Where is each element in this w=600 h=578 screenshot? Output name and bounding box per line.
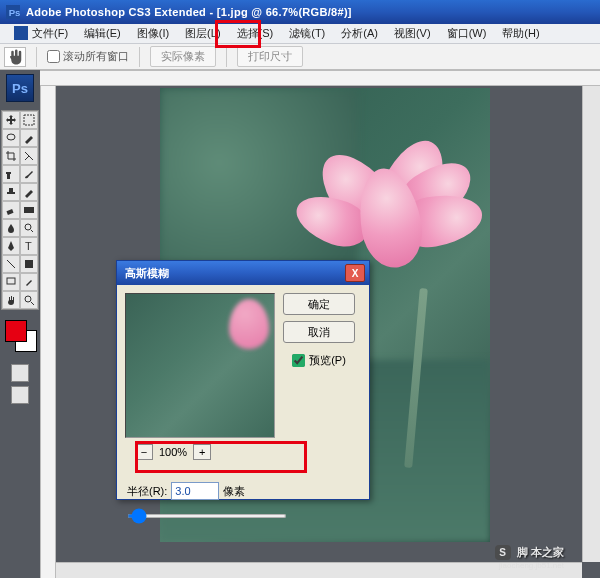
blur-preview[interactable] bbox=[125, 293, 275, 438]
zoom-value: 100% bbox=[159, 446, 187, 458]
dialog-title: 高斯模糊 bbox=[125, 266, 169, 281]
svg-rect-11 bbox=[25, 260, 33, 268]
zoom-tool-icon[interactable] bbox=[20, 291, 38, 309]
svg-rect-12 bbox=[7, 278, 15, 284]
sidebar: Ps T bbox=[0, 70, 40, 578]
svg-rect-3 bbox=[24, 115, 34, 125]
svg-text:T: T bbox=[25, 240, 32, 252]
svg-point-13 bbox=[25, 296, 31, 302]
notes-tool-icon[interactable] bbox=[2, 273, 20, 291]
path-tool-icon[interactable] bbox=[2, 255, 20, 273]
radius-slider[interactable] bbox=[127, 514, 287, 518]
radius-label: 半径(R): bbox=[127, 484, 167, 499]
slice-tool-icon[interactable] bbox=[20, 147, 38, 165]
foreground-color[interactable] bbox=[5, 320, 27, 342]
quick-mask-icons bbox=[11, 364, 29, 404]
scroll-all-checkbox[interactable]: 滚动所有窗口 bbox=[47, 49, 129, 64]
shape-tool-icon[interactable] bbox=[20, 255, 38, 273]
window-title: Adobe Photoshop CS3 Extended - [1.jpg @ … bbox=[26, 5, 352, 19]
crop-tool-icon[interactable] bbox=[2, 147, 20, 165]
menu-layer[interactable]: 图层(L) bbox=[177, 24, 228, 43]
toolbox: T bbox=[1, 110, 39, 310]
svg-point-4 bbox=[7, 134, 15, 140]
svg-rect-6 bbox=[6, 172, 11, 174]
radius-input[interactable] bbox=[171, 482, 219, 500]
brush-tool-icon[interactable] bbox=[20, 165, 38, 183]
menu-analysis[interactable]: 分析(A) bbox=[333, 24, 386, 43]
svg-point-9 bbox=[25, 224, 31, 230]
hand-tool-icon[interactable] bbox=[4, 47, 26, 67]
dialog-titlebar[interactable]: 高斯模糊 X bbox=[117, 261, 369, 285]
print-size-button[interactable]: 打印尺寸 bbox=[237, 46, 303, 67]
lasso-tool-icon[interactable] bbox=[2, 129, 20, 147]
menu-window[interactable]: 窗口(W) bbox=[439, 24, 495, 43]
stamp-tool-icon[interactable] bbox=[2, 183, 20, 201]
color-swatch[interactable] bbox=[1, 316, 39, 358]
move-tool-icon[interactable] bbox=[2, 111, 20, 129]
pen-tool-icon[interactable] bbox=[2, 237, 20, 255]
wand-tool-icon[interactable] bbox=[20, 129, 38, 147]
type-tool-icon[interactable]: T bbox=[20, 237, 38, 255]
app-icon: Ps bbox=[6, 5, 20, 19]
cancel-button[interactable]: 取消 bbox=[283, 321, 355, 343]
ruler-vertical bbox=[40, 86, 56, 578]
eraser-tool-icon[interactable] bbox=[2, 201, 20, 219]
options-bar: 滚动所有窗口 实际像素 打印尺寸 bbox=[0, 44, 600, 70]
svg-text:Ps: Ps bbox=[9, 7, 20, 18]
marquee-tool-icon[interactable] bbox=[20, 111, 38, 129]
history-brush-icon[interactable] bbox=[20, 183, 38, 201]
ps-logo-icon bbox=[6, 24, 24, 44]
svg-rect-7 bbox=[6, 209, 13, 215]
menu-edit[interactable]: 编辑(E) bbox=[76, 24, 129, 43]
watermark: S 脚 本之家 jiaocheng.jb51.net bbox=[495, 545, 564, 560]
watermark-badge: S bbox=[495, 545, 511, 560]
preview-checkbox[interactable]: 预览(P) bbox=[292, 353, 346, 368]
ps-badge[interactable]: Ps bbox=[6, 74, 34, 102]
menu-image[interactable]: 图像(I) bbox=[129, 24, 177, 43]
heal-tool-icon[interactable] bbox=[2, 165, 20, 183]
quick-mask-icon[interactable] bbox=[11, 364, 29, 382]
menu-select[interactable]: 选择(S) bbox=[229, 24, 282, 43]
scrollbar-vertical[interactable] bbox=[582, 86, 600, 562]
gradient-tool-icon[interactable] bbox=[20, 201, 38, 219]
close-icon[interactable]: X bbox=[345, 264, 365, 282]
hand-tool-icon-2[interactable] bbox=[2, 291, 20, 309]
menu-view[interactable]: 视图(V) bbox=[386, 24, 439, 43]
menu-help[interactable]: 帮助(H) bbox=[494, 24, 547, 43]
ruler-horizontal bbox=[40, 70, 600, 86]
blur-tool-icon[interactable] bbox=[2, 219, 20, 237]
gaussian-blur-dialog: 高斯模糊 X − 100% + 确定 取消 预览(P) 半径(R): 像素 bbox=[116, 260, 370, 500]
svg-rect-8 bbox=[24, 207, 34, 213]
watermark-url: jiaocheng.jb51.net bbox=[499, 561, 564, 570]
menu-file[interactable]: 文件(F) bbox=[24, 24, 76, 43]
menu-filter[interactable]: 滤镜(T) bbox=[281, 24, 333, 43]
menu-bar: 文件(F) 编辑(E) 图像(I) 图层(L) 选择(S) 滤镜(T) 分析(A… bbox=[0, 24, 600, 44]
radius-unit: 像素 bbox=[223, 484, 245, 499]
dodge-tool-icon[interactable] bbox=[20, 219, 38, 237]
ok-button[interactable]: 确定 bbox=[283, 293, 355, 315]
title-bar: Ps Adobe Photoshop CS3 Extended - [1.jpg… bbox=[0, 0, 600, 24]
actual-pixels-button[interactable]: 实际像素 bbox=[150, 46, 216, 67]
zoom-out-button[interactable]: − bbox=[135, 444, 153, 460]
eyedropper-tool-icon[interactable] bbox=[20, 273, 38, 291]
screen-mode-icon[interactable] bbox=[11, 386, 29, 404]
zoom-in-button[interactable]: + bbox=[193, 444, 211, 460]
